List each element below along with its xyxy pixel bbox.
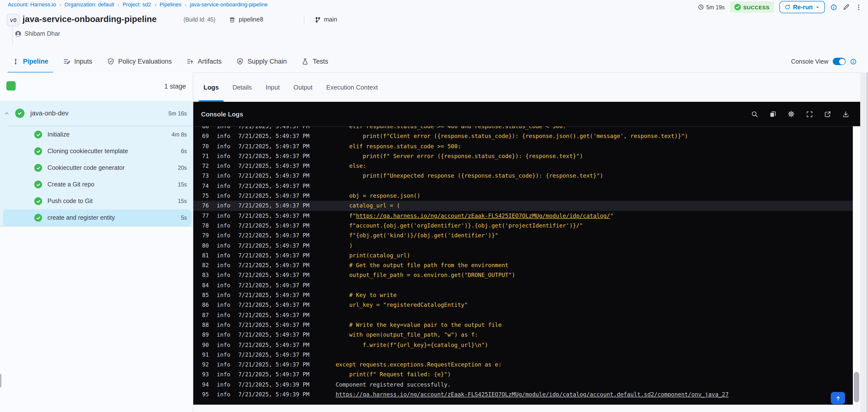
log-tab-execution-context[interactable]: Execution Context <box>326 72 378 102</box>
log-link[interactable]: https://qa.harness.io/ng/account/zEaak-F… <box>336 391 728 398</box>
log-line-number: 85 <box>202 290 217 300</box>
log-tab-output[interactable]: Output <box>293 72 313 102</box>
log-timestamp: 7/21/2025, 5:49:39 PM <box>238 389 336 400</box>
stage-count-label: 1 stage <box>164 83 186 90</box>
tab-pipeline[interactable]: Pipeline <box>12 51 49 72</box>
log-level: info <box>217 241 238 251</box>
step-row-create-and-register-entity[interactable]: create and register entity5s <box>0 210 193 226</box>
fullscreen-icon[interactable] <box>806 110 813 118</box>
log-tab-details[interactable]: Details <box>232 72 252 102</box>
log-message: # Write the key=value pair to the output… <box>336 320 502 330</box>
step-row-initialize[interactable]: Initialize4m 8s <box>0 126 193 143</box>
search-icon[interactable] <box>751 110 758 118</box>
log-scrollbar[interactable] <box>853 126 860 405</box>
stage-row[interactable]: java-onb-dev 5m 16s <box>0 101 193 126</box>
left-edge-handle[interactable] <box>0 374 1 387</box>
page-title: java-service-onboarding-pipeline <box>23 14 157 25</box>
edit-pencil-icon[interactable] <box>842 3 850 11</box>
tab-policy-evaluations[interactable]: Policy Evaluations <box>107 51 172 72</box>
log-text: catalog_url = ( <box>336 202 400 209</box>
step-row-push-code-to-git[interactable]: Push code to Git15s <box>0 193 193 210</box>
log-timestamp: 7/21/2025, 5:49:37 PM <box>238 260 336 271</box>
log-level: info <box>217 126 238 131</box>
log-timestamp: 7/21/2025, 5:49:37 PM <box>238 221 336 231</box>
breadcrumb-link[interactable]: Project: sd2 <box>123 1 151 7</box>
log-message: # Get the output file path from the envi… <box>336 260 508 271</box>
policy-icon <box>107 58 114 65</box>
log-message: url_key = "registeredCatalogEntity" <box>336 300 468 310</box>
log-timestamp: 7/21/2025, 5:49:37 PM <box>238 310 336 320</box>
chevron-down-icon[interactable] <box>815 5 820 9</box>
log-line-number: 75 <box>202 191 217 201</box>
log-line-95: 95info7/21/2025, 5:49:39 PMhttps://qa.ha… <box>193 389 853 400</box>
toggle-knob <box>839 59 845 64</box>
copy-icon[interactable] <box>769 110 776 118</box>
info-icon[interactable] <box>830 4 837 10</box>
log-timestamp: 7/21/2025, 5:49:37 PM <box>238 251 336 260</box>
stage-duration: 5m 16s <box>168 110 187 116</box>
step-duration: 4m 8s <box>172 132 187 137</box>
open-in-new-icon[interactable] <box>824 110 831 118</box>
log-link[interactable]: https://qa.harness.io/ng/account/zEaak-F… <box>356 212 610 219</box>
log-level: info <box>217 151 238 161</box>
tab-inputs[interactable]: Inputs <box>63 51 92 72</box>
more-options-icon[interactable] <box>855 4 862 10</box>
breadcrumb-link[interactable]: java-service-onboarding-pipeline <box>190 1 268 7</box>
breadcrumb-link[interactable]: Organization: default <box>65 1 114 7</box>
log-line-78: 78info7/21/2025, 5:49:37 PM f"account.{o… <box>193 221 853 231</box>
step-duration: 5s <box>181 215 187 221</box>
log-text: f"{obj.get('kind')}/{obj.get('identifier… <box>336 232 498 239</box>
log-timestamp: 7/21/2025, 5:49:37 PM <box>238 191 336 201</box>
refresh-icon <box>784 4 790 10</box>
breadcrumb-link[interactable]: Pipelines <box>159 1 181 7</box>
log-message: else: <box>336 161 366 171</box>
log-tab-bar: LogsDetailsInputOutputExecution Context <box>203 72 378 102</box>
log-line-94: 94info7/21/2025, 5:49:39 PMComponent reg… <box>193 379 853 389</box>
log-tab-logs[interactable]: Logs <box>203 72 219 102</box>
log-line-88: 88info7/21/2025, 5:49:37 PM # Write the … <box>193 320 853 330</box>
page-scroll-gutter[interactable] <box>860 72 868 412</box>
scrollbar-thumb[interactable] <box>854 372 859 402</box>
log-level: info <box>217 320 238 330</box>
log-text: print(f" Server error ({response.status_… <box>336 153 583 160</box>
log-line-number: 71 <box>202 151 217 161</box>
log-text: url_key = "registeredCatalogEntity" <box>336 302 468 309</box>
settings-icon[interactable] <box>787 110 795 118</box>
log-level: info <box>217 211 238 221</box>
console-view-label: Console View <box>791 58 828 65</box>
success-check-icon <box>34 214 42 222</box>
log-line-number: 72 <box>202 161 217 171</box>
chevron-up-icon[interactable] <box>4 110 10 116</box>
log-scroll-area[interactable]: 68info7/21/2025, 5:49:37 PM elif respons… <box>193 126 853 405</box>
log-line-number: 68 <box>202 126 217 131</box>
tab-tests[interactable]: Tests <box>301 51 328 72</box>
log-level: info <box>217 350 238 360</box>
step-row-cloning-cookiecutter-template[interactable]: Cloning cookiecutter template6s <box>0 143 193 160</box>
log-tab-input[interactable]: Input <box>265 72 280 102</box>
pipeline-tag: pipeline8 <box>229 16 263 23</box>
breadcrumb-link[interactable]: Account: Harness.io <box>8 1 56 7</box>
tab-supply-chain[interactable]: Supply Chain <box>236 51 287 72</box>
stage-name: java-onb-dev <box>30 109 68 117</box>
stage-minimap-square[interactable] <box>6 81 16 91</box>
log-level: info <box>217 231 238 241</box>
step-duration: 15s <box>178 182 187 187</box>
tab-artifacts[interactable]: Artifacts <box>186 51 222 72</box>
rerun-button[interactable]: Re-run <box>779 1 825 13</box>
log-level: info <box>217 201 238 211</box>
console-view-toggle[interactable] <box>833 58 845 65</box>
breadcrumb-separator: › <box>59 2 61 7</box>
pipeline-icon <box>12 58 19 65</box>
version-badge: v0 <box>7 14 20 26</box>
log-level: info <box>217 340 238 350</box>
log-line-71: 71info7/21/2025, 5:49:37 PM print(f" Ser… <box>193 151 853 161</box>
step-row-cookiecutter-code-generator[interactable]: Cookiecutter code generator20s <box>0 160 193 176</box>
scroll-to-top-button[interactable] <box>831 392 845 404</box>
console-logs-panel: Console Logs 68info7/21/2025, 5:49:37 PM… <box>193 102 860 405</box>
log-line-90: 90info7/21/2025, 5:49:37 PM f.write(f"{u… <box>193 340 853 350</box>
step-row-create-a-git-repo[interactable]: Create a Git repo15s <box>0 176 193 193</box>
log-timestamp: 7/21/2025, 5:49:37 PM <box>238 241 336 251</box>
download-icon[interactable] <box>842 110 849 118</box>
info-icon[interactable] <box>850 58 857 65</box>
log-level: info <box>217 271 238 280</box>
